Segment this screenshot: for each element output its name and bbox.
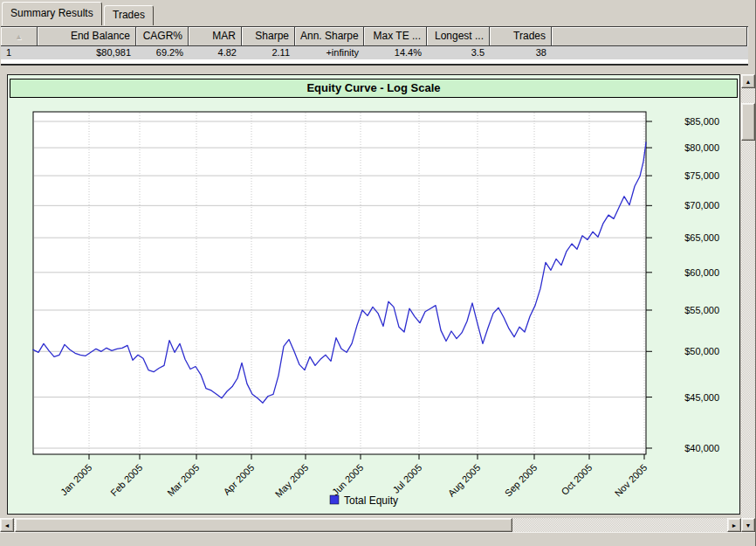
sort-ascending-icon: ▲ xyxy=(15,32,23,41)
result-cell-6: 14.4% xyxy=(364,46,427,59)
result-cell-0: 1 xyxy=(1,46,38,59)
scroll-right-button[interactable]: ► xyxy=(727,518,741,532)
vertical-scroll-thumb[interactable] xyxy=(741,103,755,141)
result-cell-3: 4.82 xyxy=(189,46,242,59)
results-grid-row[interactable]: 1$80,98169.2%4.822.11+infinity14.4%3.538 xyxy=(1,46,748,59)
column-header-end-balance[interactable]: End Balance xyxy=(38,27,136,46)
result-cell-1: $80,981 xyxy=(38,46,136,59)
result-cell-5: +infinity xyxy=(295,46,364,59)
column-header-ann-sharpe[interactable]: Ann. Sharpe xyxy=(295,27,364,46)
scroll-down-button[interactable]: ▼ xyxy=(741,518,755,532)
column-header-sharpe[interactable]: Sharpe xyxy=(242,27,295,46)
tab-trades[interactable]: Trades xyxy=(104,5,154,25)
chart-title: Equity Curve - Log Scale xyxy=(10,79,738,98)
horizontal-scrollbar[interactable]: ◄ ► xyxy=(0,518,741,532)
result-cell-4: 2.11 xyxy=(242,46,295,59)
app-window: Summary Results Trades ▲End BalanceCAGR%… xyxy=(0,0,756,546)
vertical-scrollbar[interactable]: ▲ ▼ xyxy=(741,74,755,532)
result-cell-9 xyxy=(552,46,747,59)
tab-summary-results[interactable]: Summary Results xyxy=(2,2,102,25)
column-header-sort[interactable]: ▲ xyxy=(1,27,38,46)
column-header-cagr[interactable]: CAGR% xyxy=(136,27,189,46)
results-grid-header: ▲End BalanceCAGR%MARSharpeAnn. SharpeMax… xyxy=(1,27,748,46)
horizontal-scroll-thumb[interactable] xyxy=(15,518,512,532)
scroll-left-icon: ◄ xyxy=(1,519,13,531)
scroll-left-button[interactable]: ◄ xyxy=(0,518,14,532)
column-header-mar[interactable]: MAR xyxy=(189,27,242,46)
column-header-max-te[interactable]: Max TE ... xyxy=(364,27,427,46)
result-cell-8: 38 xyxy=(490,46,552,59)
column-header-longest[interactable]: Longest ... xyxy=(427,27,490,46)
scroll-down-icon: ▼ xyxy=(742,519,754,531)
scroll-up-button[interactable]: ▲ xyxy=(741,74,755,88)
results-grid: ▲End BalanceCAGR%MARSharpeAnn. SharpeMax… xyxy=(1,26,748,66)
scroll-up-icon: ▲ xyxy=(742,75,754,87)
column-header-trades[interactable]: Trades xyxy=(490,27,552,46)
scroll-right-icon: ► xyxy=(728,519,740,531)
result-cell-2: 69.2% xyxy=(136,46,189,59)
result-cell-7: 3.5 xyxy=(427,46,490,59)
window-bottom-edge xyxy=(0,532,756,546)
column-header-spacer[interactable] xyxy=(552,27,747,46)
equity-chart-panel: Equity Curve - Log Scale xyxy=(7,74,740,515)
